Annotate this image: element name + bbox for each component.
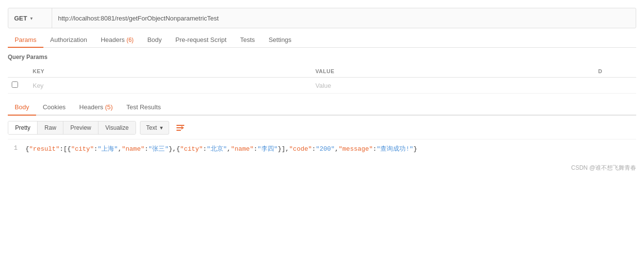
url-bar: GET ▾: [8, 8, 636, 28]
url-input[interactable]: [52, 15, 636, 22]
visualize-button[interactable]: Visualize: [98, 121, 136, 134]
request-tabs: Params Authorization Headers (6) Body Pr…: [8, 28, 636, 48]
row-value[interactable]: Value: [312, 78, 594, 94]
chevron-down-icon: ▾: [30, 16, 33, 21]
resp-tab-body[interactable]: Body: [8, 99, 36, 115]
query-params-title: Query Params: [8, 54, 636, 60]
format-toolbar: Pretty Raw Preview Visualize Text ▾: [8, 116, 636, 139]
response-section: Body Cookies Headers (5) Test Results Pr…: [8, 99, 636, 158]
wrap-icon: [176, 123, 185, 133]
params-table: KEY VALUE D Key Value: [8, 65, 636, 94]
tab-headers[interactable]: Headers (6): [94, 32, 140, 47]
row-desc: [594, 78, 636, 94]
line-number: 1: [8, 144, 18, 152]
resp-tab-headers[interactable]: Headers (5): [73, 99, 120, 115]
col-key: KEY: [29, 65, 312, 78]
col-value: VALUE: [312, 65, 594, 78]
resp-headers-badge: (5): [105, 103, 113, 111]
resp-tab-cookies[interactable]: Cookies: [36, 99, 73, 115]
text-format-chevron: ▾: [160, 124, 163, 131]
row-checkbox-input[interactable]: [12, 81, 18, 88]
method-selector[interactable]: GET ▾: [8, 8, 52, 28]
pretty-button[interactable]: Pretty: [8, 121, 38, 134]
table-row: Key Value: [8, 78, 636, 94]
watermark: CSDN @谁不想飞舞青春: [0, 158, 644, 176]
tab-prerequest[interactable]: Pre-request Script: [169, 32, 234, 47]
tab-authorization[interactable]: Authorization: [43, 32, 94, 47]
tab-tests[interactable]: Tests: [234, 32, 262, 47]
preview-button[interactable]: Preview: [63, 121, 98, 134]
tab-params[interactable]: Params: [8, 32, 43, 47]
row-key[interactable]: Key: [29, 78, 312, 94]
response-tabs: Body Cookies Headers (5) Test Results: [8, 99, 636, 116]
method-label: GET: [14, 15, 27, 22]
code-area: 1 {"result":[{"city":"上海","name":"张三"},{…: [8, 139, 636, 158]
text-format-label: Text: [146, 124, 157, 131]
text-format-dropdown[interactable]: Text ▾: [140, 121, 169, 135]
tab-body[interactable]: Body: [140, 32, 169, 47]
raw-button[interactable]: Raw: [38, 121, 63, 134]
headers-badge: (6): [126, 37, 134, 43]
resp-tab-test-results[interactable]: Test Results: [119, 99, 168, 115]
wrap-button[interactable]: [173, 120, 188, 135]
code-content: {"result":[{"city":"上海","name":"张三"},{"c…: [25, 144, 636, 153]
col-desc: D: [594, 65, 636, 78]
tab-settings[interactable]: Settings: [262, 32, 298, 47]
col-checkbox: [8, 65, 29, 78]
row-checkbox[interactable]: [8, 78, 29, 94]
code-line-1: 1 {"result":[{"city":"上海","name":"张三"},{…: [8, 144, 636, 153]
query-params-section: Query Params KEY VALUE D Key Value: [8, 48, 636, 94]
format-button-group: Pretty Raw Preview Visualize: [8, 121, 136, 135]
